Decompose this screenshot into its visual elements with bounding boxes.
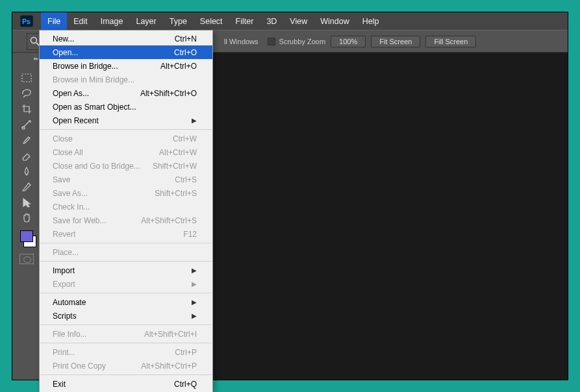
submenu-arrow-icon: ▶ [192, 280, 197, 288]
menu-item-label: New... [53, 34, 74, 43]
menu-separator [40, 325, 212, 325]
menu-file[interactable]: File [41, 12, 67, 30]
submenu-arrow-icon: ▶ [192, 267, 197, 274]
menu-item-automate[interactable]: Automate▶ [40, 295, 212, 309]
expand-panel-icon[interactable]: ▸▸ [34, 55, 38, 62]
menu-item-label: Export [53, 280, 75, 289]
menu-item-new[interactable]: New...Ctrl+N [40, 32, 212, 45]
menu-item-shortcut: Alt+Ctrl+O [160, 62, 197, 71]
menu-item-open-as-smart-object[interactable]: Open as Smart Object... [40, 100, 212, 114]
menu-item-save: SaveCtrl+S [40, 173, 212, 186]
menu-item-label: Browse in Mini Bridge... [53, 75, 134, 84]
menu-separator [40, 374, 212, 375]
menu-filter[interactable]: Filter [229, 12, 260, 30]
menu-item-shortcut: F12 [183, 230, 197, 239]
quickmask-icon[interactable] [19, 254, 34, 264]
marquee-tool[interactable] [19, 71, 34, 85]
all-windows-label: ll Windows [224, 38, 258, 45]
menu-item-close-all: Close AllAlt+Ctrl+W [40, 145, 212, 159]
svg-text:Ps: Ps [22, 18, 31, 25]
menu-item-label: Exit [53, 380, 66, 389]
menu-item-label: Close All [53, 148, 83, 157]
brush-tool[interactable] [19, 133, 34, 147]
menu-item-label: Open Recent [53, 116, 99, 125]
menu-item-label: Save As... [53, 189, 88, 198]
menu-item-open[interactable]: Open...Ctrl+O [40, 45, 212, 59]
menu-3d[interactable]: 3D [260, 12, 283, 30]
menu-item-save-for-web: Save for Web...Alt+Shift+Ctrl+S [40, 214, 212, 227]
menu-item-save-as: Save As...Shift+Ctrl+S [40, 186, 212, 200]
menu-item-file-info: File Info...Alt+Shift+Ctrl+I [40, 327, 212, 341]
menu-image[interactable]: Image [94, 12, 130, 30]
menu-item-close-and-go-to-bridge: Close and Go to Bridge...Shift+Ctrl+W [40, 159, 212, 173]
menu-item-shortcut: Alt+Shift+Ctrl+I [144, 330, 197, 339]
menu-select[interactable]: Select [194, 12, 229, 30]
menu-item-shortcut: Alt+Shift+Ctrl+S [141, 216, 197, 225]
scrubby-zoom-label: Scrubby Zoom [279, 38, 326, 45]
menu-separator [40, 243, 212, 243]
crop-tool[interactable] [19, 102, 34, 116]
menu-type[interactable]: Type [163, 12, 194, 30]
menu-help[interactable]: Help [356, 12, 386, 30]
menu-layer[interactable]: Layer [129, 12, 162, 30]
menu-separator [40, 261, 212, 262]
menu-item-shortcut: Alt+Shift+Ctrl+O [140, 89, 197, 98]
menu-item-print: Print...Ctrl+P [40, 345, 212, 359]
menu-item-export: Export▶ [40, 277, 212, 291]
svg-rect-4 [22, 74, 31, 82]
fill-screen-button[interactable]: Fill Screen [425, 36, 476, 47]
menu-item-open-recent[interactable]: Open Recent▶ [40, 114, 212, 127]
blur-tool[interactable] [19, 164, 34, 178]
menu-item-shortcut: Ctrl+N [175, 34, 197, 43]
menu-separator [40, 343, 212, 343]
app-logo: Ps [12, 12, 41, 30]
menu-item-import[interactable]: Import▶ [40, 263, 212, 277]
hand-tool[interactable] [19, 211, 34, 225]
submenu-arrow-icon: ▶ [192, 312, 197, 319]
lasso-tool[interactable] [19, 86, 34, 101]
menu-item-exit[interactable]: ExitCtrl+Q [40, 377, 212, 391]
menu-edit[interactable]: Edit [67, 12, 94, 30]
menu-item-label: File Info... [53, 330, 87, 339]
menu-item-label: Save for Web... [53, 216, 106, 225]
menu-item-label: Close [53, 134, 73, 143]
menu-item-shortcut: Ctrl+P [175, 348, 197, 357]
menu-item-browse-in-mini-bridge: Browse in Mini Bridge... [40, 73, 212, 86]
fit-screen-button[interactable]: Fit Screen [371, 36, 420, 47]
menu-item-shortcut: Ctrl+W [173, 134, 197, 143]
healing-brush-tool[interactable] [19, 117, 34, 132]
submenu-arrow-icon: ▶ [192, 299, 197, 306]
menu-item-scripts[interactable]: Scripts▶ [40, 309, 212, 323]
menu-item-label: Save [53, 175, 70, 184]
zoom-100-button[interactable]: 100% [331, 36, 366, 47]
foreground-color-swatch[interactable] [20, 230, 33, 242]
menu-item-label: Close and Go to Bridge... [53, 162, 140, 171]
eraser-tool[interactable] [19, 149, 34, 163]
app-window: Ps FileEditImageLayerTypeSelectFilter3DV… [12, 12, 568, 380]
menu-item-close: CloseCtrl+W [40, 132, 212, 145]
menu-item-label: Automate [53, 298, 86, 307]
menu-item-revert: RevertF12 [40, 227, 212, 241]
menu-item-label: Import [53, 266, 75, 275]
menubar: Ps FileEditImageLayerTypeSelectFilter3DV… [12, 12, 568, 30]
menu-item-check-in: Check In... [40, 200, 212, 214]
menu-item-label: Scripts [53, 312, 77, 321]
menu-item-label: Open... [53, 48, 78, 57]
path-select-tool[interactable] [19, 195, 34, 210]
menu-item-open-as[interactable]: Open As...Alt+Shift+Ctrl+O [40, 86, 212, 100]
menu-item-label: Place... [53, 248, 79, 257]
submenu-arrow-icon: ▶ [192, 117, 197, 124]
menu-window[interactable]: Window [314, 12, 355, 30]
menu-view[interactable]: View [283, 12, 314, 30]
menu-item-label: Browse in Bridge... [53, 62, 118, 71]
color-swatches[interactable] [17, 230, 36, 247]
scrubby-zoom-checkbox[interactable] [268, 38, 275, 45]
menu-item-place: Place... [40, 245, 212, 259]
menu-item-label: Print... [53, 348, 75, 357]
menu-item-shortcut: Ctrl+Q [174, 380, 197, 389]
menu-item-label: Open As... [53, 89, 89, 98]
file-menu-dropdown: New...Ctrl+NOpen...Ctrl+OBrowse in Bridg… [39, 30, 213, 392]
pen-tool[interactable] [19, 180, 34, 194]
menu-item-browse-in-bridge[interactable]: Browse in Bridge...Alt+Ctrl+O [40, 59, 212, 73]
menu-item-label: Revert [53, 230, 75, 239]
